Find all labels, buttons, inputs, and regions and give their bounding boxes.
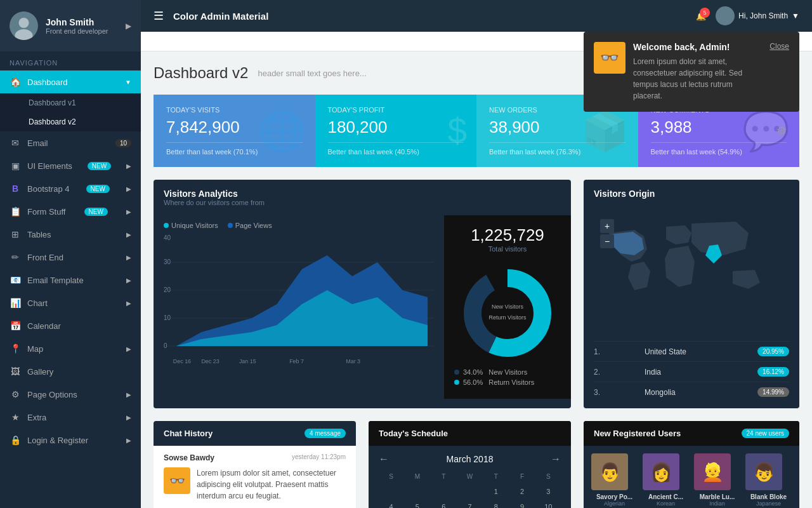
cal-cell[interactable] [379, 485, 403, 498]
notif-close-button[interactable]: Close [769, 42, 789, 51]
arrow-icon: ▶ [126, 414, 131, 421]
sidebar-item-extra[interactable]: ★ Extra ▶ [0, 406, 141, 429]
sidebar-subitem-dashboard-v2[interactable]: Dashboard v2 [0, 112, 141, 131]
cal-day-m: M [405, 470, 429, 483]
msg-time: yesterday 11:23pm [292, 453, 346, 462]
zoom-out-button[interactable]: − [600, 234, 614, 248]
schedule-title: Today's Schedule [379, 429, 448, 438]
new-users-badge: 24 new users [742, 429, 789, 438]
origin-header: Visitors Origin [584, 180, 799, 208]
svg-text:20: 20 [164, 286, 171, 294]
sidebar: John Smith Front end developer ▶ Navigat… [0, 0, 141, 508]
header-user[interactable]: Hi, John Smith ▼ [716, 6, 799, 25]
cal-cell[interactable]: 10 [536, 500, 561, 508]
cal-cell[interactable]: 4 [379, 500, 403, 508]
zoom-in-button[interactable]: + [600, 219, 614, 233]
visitors-subtitle: Where do our visitors come from [164, 199, 561, 206]
chart-icon: 📊 [10, 298, 21, 308]
svg-text:New Visitors: New Visitors [492, 304, 523, 310]
main-content: ☰ Color Admin Material 🔔 5 Hi, John Smit… [141, 0, 812, 508]
visitors-body: Unique Visitors Page Views 0 10 [154, 215, 571, 399]
cal-cell[interactable]: 3 [536, 485, 561, 498]
sidebar-item-chart[interactable]: 📊 Chart ▶ [0, 291, 141, 314]
calendar-header-row: S M T W T F S [379, 470, 561, 483]
user-name: Ancient C... [643, 493, 689, 500]
chat-body: 👓 Lorem ipsum dolor sit amet, consectetu… [164, 467, 346, 502]
settings-button[interactable]: ⚙ [776, 124, 787, 138]
content-area: Dashboard v2 header small text goes here… [141, 51, 812, 508]
user-nation: Algerian [591, 500, 638, 507]
schedule-card: Today's Schedule ← March 2018 → S M T W … [369, 421, 571, 508]
sidebar-item-email[interactable]: ✉ Email 10 [0, 131, 141, 154]
chart-legend: Unique Visitors Page Views [164, 222, 434, 229]
new-badge: NEW [84, 208, 108, 216]
cal-cell[interactable]: 1 [483, 485, 508, 498]
user-thumb-0: 👨 Savory Po... Algerian [591, 453, 638, 507]
sidebar-item-label: Bootstrap 4 [27, 184, 70, 194]
sidebar-item-map[interactable]: 📍 Map ▶ [0, 337, 141, 360]
sidebar-item-front-end[interactable]: ✏ Front End ▶ [0, 246, 141, 269]
notif-icon: 👓 [594, 42, 625, 74]
calendar-nav: ← March 2018 → [369, 446, 571, 470]
sidebar-item-tables[interactable]: ⊞ Tables ▶ [0, 223, 141, 246]
user-dropdown-icon: ▼ [792, 11, 799, 20]
cal-cell[interactable]: 9 [509, 500, 534, 508]
legend-unique: Unique Visitors [164, 222, 218, 229]
chat-avatar: 👓 [164, 467, 190, 494]
svg-text:10: 10 [164, 314, 171, 322]
sidebar-item-dashboard[interactable]: 🏠 Dashboard ▼ [0, 70, 141, 93]
form-icon: 📋 [10, 206, 21, 217]
sidebar-item-page-options[interactable]: ⚙ Page Options ▶ [0, 383, 141, 406]
sidebar-item-label: Chart [27, 298, 48, 308]
cal-cell[interactable]: 8 [483, 500, 508, 508]
arrow-icon: ▶ [126, 345, 131, 352]
tables-icon: ⊞ [10, 229, 21, 239]
hamburger-menu[interactable]: ☰ [154, 9, 164, 23]
sidebar-item-label: Gallery [27, 367, 53, 377]
chat-text: Lorem ipsum dolor sit amet, consectetuer… [197, 467, 346, 502]
user-name: Savory Po... [591, 493, 638, 500]
sidebar-header: John Smith Front end developer ▶ [0, 0, 141, 51]
cal-cell-today[interactable]: 5 [405, 500, 429, 508]
sidebar-user-arrow[interactable]: ▶ [126, 22, 131, 30]
map-svg [594, 214, 789, 316]
sidebar-item-login[interactable]: 🔒 Login & Register ▶ [0, 429, 141, 451]
chat-badge: 4 message [304, 429, 346, 438]
chat-card: Chat History 4 message Sowse Bawdy yeste… [154, 421, 356, 508]
cal-cell[interactable]: 2 [509, 485, 534, 498]
cal-cell[interactable] [431, 485, 456, 498]
arrow-icon: ▶ [126, 391, 131, 398]
svg-text:Mar 3: Mar 3 [346, 358, 360, 365]
arrow-icon: ▶ [126, 300, 131, 307]
notif-content: Welcome back, Admin! Lorem ipsum dolor s… [633, 42, 757, 102]
user-nation: Japanese [745, 500, 792, 507]
email-icon: ✉ [10, 138, 21, 148]
home-icon: 🏠 [10, 77, 21, 87]
sidebar-item-calendar[interactable]: 📅 Calendar [0, 314, 141, 337]
sidebar-item-label: Tables [27, 230, 51, 239]
world-map: + − [584, 208, 799, 335]
legend-pageviews: Page Views [228, 222, 272, 229]
notification-badge: 5 [700, 8, 710, 18]
sidebar-item-form-stuff[interactable]: 📋 Form Stuff NEW ▶ [0, 200, 141, 223]
sidebar-item-ui-elements[interactable]: ▣ UI Elements NEW ▶ [0, 154, 141, 177]
chat-title: Chat History [164, 429, 213, 438]
arrow-icon: ▶ [126, 254, 131, 261]
sidebar-subitem-dashboard-v1[interactable]: Dashboard v1 [0, 93, 141, 112]
schedule-header: Today's Schedule [369, 421, 571, 446]
sidebar-item-email-template[interactable]: 📧 Email Template ▶ [0, 269, 141, 291]
cal-cell[interactable]: 7 [457, 500, 482, 508]
calendar-next-button[interactable]: → [551, 453, 561, 465]
arrow-icon: ▶ [126, 208, 131, 215]
users-header: New Registered Users 24 new users [584, 421, 799, 446]
cal-cell[interactable]: 6 [431, 500, 456, 508]
cal-cell[interactable] [405, 485, 429, 498]
calendar-prev-button[interactable]: ← [379, 453, 389, 465]
notification-button[interactable]: 🔔 5 [696, 11, 706, 21]
sidebar-item-gallery[interactable]: 🖼 Gallery [0, 360, 141, 383]
sidebar-item-bootstrap4[interactable]: B Bootstrap 4 NEW ▶ [0, 177, 141, 200]
header-right: 🔔 5 Hi, John Smith ▼ [696, 6, 799, 25]
calendar-week-0: 1 2 3 [379, 485, 561, 498]
sidebar-item-label: Email [27, 138, 48, 148]
cal-cell[interactable] [457, 485, 482, 498]
